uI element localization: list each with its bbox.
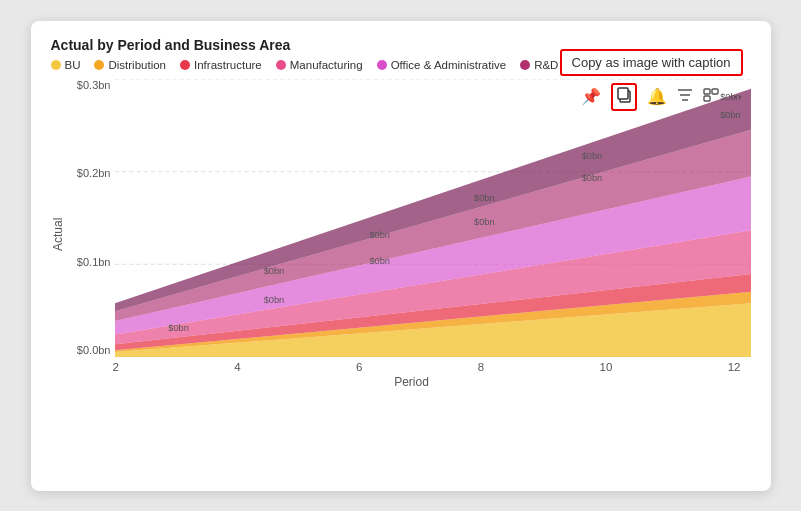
svg-text:$0bn: $0bn [263, 295, 284, 305]
svg-text:$0bn: $0bn [168, 322, 189, 332]
y-tick: $0.2bn [73, 167, 111, 179]
y-tick: $0.1bn [73, 256, 111, 268]
legend-item: Manufacturing [276, 59, 363, 71]
legend-dot [276, 60, 286, 70]
copy-caption-tooltip[interactable]: Copy as image with caption [560, 49, 743, 76]
legend-item: Office & Administrative [377, 59, 506, 71]
svg-text:$0bn: $0bn [720, 92, 741, 102]
legend-dot [94, 60, 104, 70]
x-tick: 6 [356, 361, 362, 373]
legend-item: Infrastructure [180, 59, 262, 71]
legend-dot [520, 60, 530, 70]
x-tick: 2 [113, 361, 119, 373]
x-tick: 8 [478, 361, 484, 373]
legend-item: BU [51, 59, 81, 71]
svg-text:$0bn: $0bn [263, 266, 284, 276]
legend-item: Distribution [94, 59, 166, 71]
legend-item: R&D [520, 59, 558, 71]
legend-label: BU [65, 59, 81, 71]
svg-text:$0bn: $0bn [369, 256, 390, 266]
svg-text:$0bn: $0bn [369, 230, 390, 240]
area-chart-svg: $0bn $0bn $0bn $0bn $0bn $0bn $0bn $0bn … [115, 79, 751, 357]
legend-label: Distribution [108, 59, 166, 71]
legend-label: Office & Administrative [391, 59, 506, 71]
chart-svg: $0.3bn$0.2bn$0.1bn$0.0bn [73, 79, 751, 357]
svg-text:$0bn: $0bn [474, 193, 495, 203]
svg-text:$0bn: $0bn [581, 151, 602, 161]
y-tick: $0.3bn [73, 79, 111, 91]
chart-area: Actual $0.3bn$0.2bn$0.1bn$0.0bn [51, 79, 751, 389]
legend-dot [180, 60, 190, 70]
legend-label: R&D [534, 59, 558, 71]
x-tick: 4 [234, 361, 240, 373]
x-axis-title: Period [73, 375, 751, 389]
chart-card: Copy as image with caption 📌 🔔 ··· Actua… [31, 21, 771, 491]
svg-text:$0bn: $0bn [474, 217, 495, 227]
y-tick: $0.0bn [73, 344, 111, 356]
svg-text:$0bn: $0bn [720, 110, 741, 120]
y-axis-label: Actual [51, 79, 69, 389]
legend-dot [51, 60, 61, 70]
legend-dot [377, 60, 387, 70]
legend-label: Manufacturing [290, 59, 363, 71]
svg-text:$0bn: $0bn [581, 173, 602, 183]
y-tick-labels: $0.3bn$0.2bn$0.1bn$0.0bn [73, 79, 115, 357]
legend-label: Infrastructure [194, 59, 262, 71]
x-axis-labels: 24681012 [73, 357, 751, 373]
x-tick: 12 [728, 361, 741, 373]
chart-inner: $0.3bn$0.2bn$0.1bn$0.0bn [73, 79, 751, 389]
x-tick: 10 [600, 361, 613, 373]
